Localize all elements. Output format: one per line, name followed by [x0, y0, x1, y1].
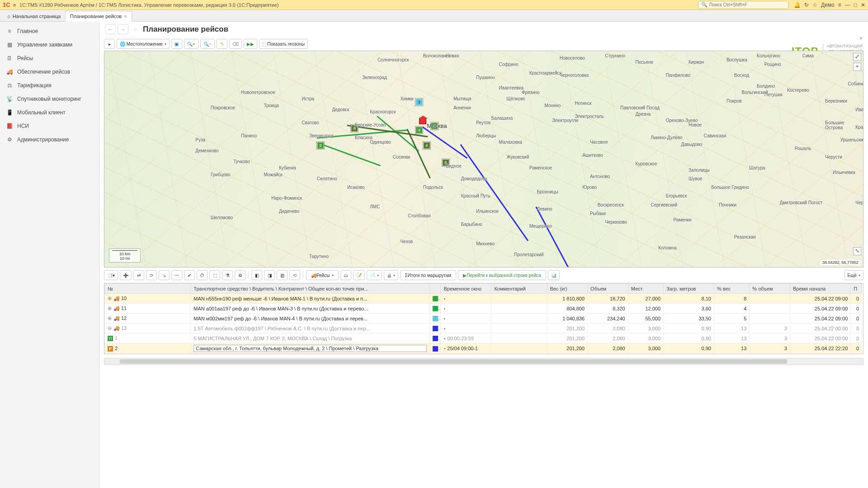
global-search[interactable]: 🔍	[698, 1, 788, 9]
expand-icon[interactable]: ⊕	[108, 305, 112, 311]
star-icon[interactable]: ☆	[812, 2, 817, 8]
route-alt-button[interactable]: ⚗	[222, 270, 233, 280]
map-expand-button[interactable]: ⤢	[853, 53, 861, 61]
table-horizontal-scrollbar[interactable]	[104, 358, 863, 365]
map-zoom-in-button[interactable]: +	[853, 63, 861, 71]
sidebar-item-0[interactable]: ≡Главное	[0, 24, 99, 38]
col-header[interactable]: Мест	[628, 284, 663, 294]
search-input[interactable]	[709, 2, 785, 7]
col-header[interactable]: % вес	[714, 284, 749, 294]
map-marker[interactable]: 3	[415, 99, 423, 106]
sidebar-item-5[interactable]: 📡Спутниковый мониторинг	[0, 92, 99, 106]
col-header[interactable]: Вес (кг)	[547, 284, 588, 294]
tab-home[interactable]: ⌂ Начальная страница	[3, 11, 65, 21]
geozone-button[interactable]: ⬚ Показать геозоны	[259, 39, 308, 49]
play-button[interactable]: ▶▶	[244, 39, 257, 49]
zoom-in-button[interactable]: 🔍+	[184, 39, 198, 49]
doc-dropdown[interactable]: 📄▾	[367, 270, 382, 280]
ts-edit[interactable]: Самарская обл., г. Тольятти, бульвар Мол…	[193, 345, 426, 352]
map-zoom-out-button[interactable]: ⤡	[853, 247, 861, 255]
menu-more-icon[interactable]: ≡	[838, 2, 841, 8]
batch-button[interactable]: 🗂	[340, 270, 351, 280]
tree-button[interactable]: 📑▾	[104, 270, 118, 280]
map-city-label: Селятино	[317, 176, 337, 181]
panel-right-button[interactable]: ◨	[264, 270, 275, 280]
select-button[interactable]: ⬚	[209, 270, 220, 280]
favorite-star-icon[interactable]: ☆	[133, 27, 137, 33]
sidebar-item-2[interactable]: 🗓Рейсы	[0, 52, 99, 65]
table-row[interactable]: ⊖🚚131.5Т Автомобиль ф002фф197 \ Рябченко…	[105, 324, 862, 333]
eraser-button[interactable]: ⌫	[229, 39, 242, 49]
demo-label[interactable]: Демо	[821, 2, 835, 8]
nav-forward-button[interactable]: →	[118, 24, 128, 34]
minimize-icon[interactable]: —	[845, 2, 850, 8]
col-header[interactable]	[429, 284, 441, 294]
add-button[interactable]: ➕	[120, 270, 132, 280]
sidebar-icon: 📱	[6, 109, 13, 116]
refresh-button[interactable]: ⟲	[289, 270, 300, 280]
tab-close-icon[interactable]: ×	[124, 14, 127, 19]
col-header[interactable]: % объем	[750, 284, 790, 294]
map-marker[interactable]: 3	[317, 142, 324, 149]
table-row[interactable]: ⊕🚚11MAN а001аа197 реф до -6 \ Иванов MAN…	[105, 304, 862, 314]
col-header[interactable]: Временное окно	[441, 284, 491, 294]
col-header[interactable]: Время начала	[790, 284, 850, 294]
col-header[interactable]: №	[105, 284, 191, 294]
table-row[interactable]: П15 МАГИСТРАЛЬНАЯ УЛ., ДОМ 7 КОР. 2, МОС…	[105, 333, 862, 343]
clock-button[interactable]: ⏱	[197, 270, 208, 280]
expand-icon[interactable]: ⊖	[108, 325, 112, 331]
map-marker[interactable]: 4	[415, 127, 423, 134]
history-icon[interactable]: ↻	[804, 2, 809, 8]
routes-table[interactable]: №Транспортное средство \ Водитель \ Конт…	[104, 283, 863, 354]
check-button[interactable]: ✔	[184, 270, 195, 280]
print-dropdown[interactable]: 🖨▾	[384, 270, 398, 280]
bottb-more-button[interactable]: Ещё▾	[844, 270, 863, 280]
sidebar-item-3[interactable]: 🚚Обеспечение рейсов	[0, 65, 99, 79]
page-close-icon[interactable]: ×	[859, 35, 863, 42]
wave-button[interactable]: 〰	[171, 270, 182, 280]
table-row[interactable]: P2Самарская обл., г. Тольятти, бульвар М…	[105, 343, 862, 354]
sidebar-item-7[interactable]: 📕НСИ	[0, 119, 99, 133]
sidebar-item-1[interactable]: ▦Управление заявками	[0, 38, 99, 52]
maximize-icon[interactable]: □	[854, 2, 857, 8]
bell-icon[interactable]: 🔔	[794, 2, 801, 8]
hamburger-icon[interactable]: ≡	[13, 2, 16, 8]
zoom-out-button[interactable]: 🔍−	[200, 39, 215, 49]
expand-toolbar-button[interactable]: ▸	[104, 39, 115, 49]
process-button[interactable]: ⚙	[235, 270, 245, 280]
sidebar-item-6[interactable]: 📱Мобильный клиент	[0, 106, 99, 119]
sidebar-item-8[interactable]: ⚙Администрирование	[0, 133, 99, 146]
export-button[interactable]: 📊	[548, 270, 560, 280]
panel-left-button[interactable]: ◧	[251, 270, 262, 280]
location-button[interactable]: 🌐 Местоположение▾	[117, 39, 170, 49]
goto-route-button[interactable]: ▶ Перейти к выбранной строке рейса	[458, 270, 546, 280]
depot-marker[interactable]	[419, 118, 426, 124]
map-city-label: Часовня	[590, 140, 608, 145]
col-header[interactable]: Загр. метров	[664, 284, 714, 294]
map-city-label: Струнино	[605, 53, 625, 58]
table-row[interactable]: ⊕🚚10MAN н555нн190 реф меньше -6 \ Иванов…	[105, 294, 862, 304]
totals-button[interactable]: Σ Итоги по маршрутам	[400, 270, 457, 280]
map-canvas[interactable]: 3 4 3 3 6 4 5 ⤢ + ⤡ 10 km10 mi 38.04282,…	[104, 51, 863, 267]
map-marker[interactable]: 4	[423, 142, 430, 149]
col-header[interactable]: Объем	[588, 284, 628, 294]
passthrough-button[interactable]: ⟳	[146, 270, 157, 280]
col-header[interactable]: П	[851, 284, 862, 294]
close-window-icon[interactable]: ✕	[861, 2, 865, 8]
routes-dropdown[interactable]: 🚚 Рейсы▾	[306, 270, 339, 280]
edit-doc-button[interactable]: 📝	[353, 270, 365, 280]
tab-planning[interactable]: Планирование рейсов ×	[65, 11, 132, 22]
panel-split-button[interactable]: ▥	[277, 270, 288, 280]
table-row[interactable]: ⊕🚚12MAN м002мм197 реф до -6 \ Иванов MAN…	[105, 314, 862, 324]
delete-button[interactable]: ↘	[159, 270, 170, 280]
nav-back-button[interactable]: ←	[105, 24, 116, 34]
col-header[interactable]: Комментарий	[491, 284, 547, 294]
expand-icon[interactable]: ⊕	[108, 296, 112, 301]
fit-map-button[interactable]: ▣	[171, 39, 182, 49]
sidebar-item-4[interactable]: ⚖Тарификация	[0, 79, 99, 92]
expand-icon[interactable]: ⊕	[108, 315, 112, 321]
pencil-button[interactable]: ✎	[217, 39, 227, 49]
col-header[interactable]: Транспортное средство \ Водитель \ Контр…	[191, 284, 429, 294]
swap-button[interactable]: ⇄	[133, 270, 144, 280]
truck-icon: 🚚	[113, 315, 120, 321]
